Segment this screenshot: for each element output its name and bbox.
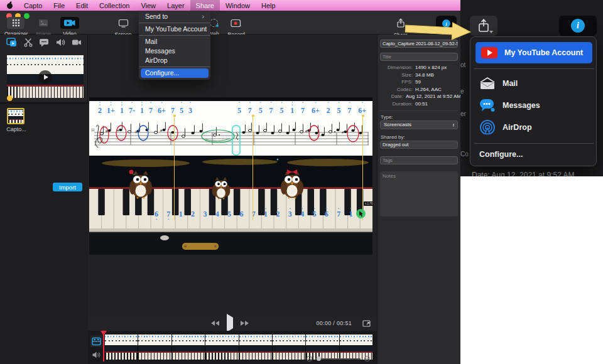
- zoom-factor-badge: x 1.70: [364, 201, 374, 206]
- record-icon: [231, 17, 242, 29]
- music-number: • •2: [98, 102, 102, 115]
- transport-bar: 00:00 / 00:51: [88, 316, 377, 331]
- music-number: •5: [180, 102, 183, 115]
- zoom-slider-track[interactable]: [315, 358, 361, 360]
- menu-item-airdrop[interactable]: AirDrop: [139, 56, 210, 65]
- player-tab-icon[interactable]: [6, 38, 17, 50]
- key-number: •3: [286, 207, 294, 221]
- tags-field[interactable]: Tags: [380, 156, 458, 164]
- popup-separator: [474, 143, 594, 144]
- piano-key-numbers: 6•7•1234567•1•2•3•4•5•6•7•1•2: [153, 207, 367, 221]
- notes-field[interactable]: Notes: [380, 171, 458, 217]
- organizer-grid-icon: [7, 17, 24, 29]
- popup-item-label: Messages: [503, 101, 540, 110]
- menu-item-youtube[interactable]: My YouTube Account: [139, 24, 210, 34]
- video-track-button[interactable]: [90, 335, 103, 347]
- metadata-row: Duration:00:51: [378, 100, 461, 108]
- apple-menu[interactable]: [0, 0, 18, 11]
- marker-line: [174, 115, 175, 220]
- key-number: 2: [189, 207, 197, 221]
- zoom-slider-knob[interactable]: [317, 356, 321, 361]
- menu-item-configure[interactable]: Configure...: [141, 68, 209, 78]
- info-button-zoomed[interactable]: i: [559, 16, 597, 36]
- menubar-item[interactable]: Capto: [18, 0, 48, 11]
- popup-item-airdrop[interactable]: AirDrop: [475, 117, 532, 137]
- marker-line: [362, 115, 363, 220]
- audio-icon[interactable]: [56, 38, 65, 49]
- music-number: •7: [149, 102, 153, 115]
- music-number: •6+: [358, 102, 366, 115]
- menubar-item[interactable]: File: [48, 0, 70, 11]
- menubar-item[interactable]: Help: [256, 0, 281, 11]
- type-select[interactable]: Screencasts ▲▼: [380, 120, 458, 129]
- menubar-item[interactable]: Share: [190, 0, 220, 11]
- filmstrip-segment: [273, 335, 305, 360]
- key-number: •1: [347, 207, 355, 221]
- music-number: • •1: [140, 102, 144, 115]
- music-number: •7-: [129, 102, 135, 115]
- rewind-button[interactable]: [211, 321, 219, 326]
- camera-icon[interactable]: [72, 38, 82, 49]
- clip-thumbnail-label: Capto...: [0, 126, 33, 132]
- title-field[interactable]: Title: [380, 53, 458, 61]
- shared-by-field[interactable]: Dragged out: [380, 141, 458, 149]
- metadata-row: FPS:59: [378, 78, 461, 86]
- shared-by-label: Shared by:: [381, 134, 405, 140]
- key-number: 3: [201, 207, 209, 221]
- menu-item-send-to[interactable]: Send to›: [139, 12, 210, 21]
- import-button[interactable]: Import: [53, 183, 82, 191]
- share-popup: My YouTube Account Mail Messages: [470, 36, 597, 166]
- zoom-in-button[interactable]: +: [364, 356, 370, 361]
- popup-item-label: AirDrop: [503, 123, 532, 132]
- window-toolbar: Organizer Image Video: [0, 11, 460, 35]
- menubar-item[interactable]: Edit: [70, 0, 94, 11]
- menu-separator: [139, 67, 210, 67]
- playhead-line: [103, 331, 104, 361]
- key-number: •6: [323, 207, 330, 221]
- image-icon: [38, 17, 48, 29]
- menu-item-messages[interactable]: Messages: [139, 46, 210, 56]
- preview-play-button[interactable]: [38, 70, 52, 84]
- apple-icon: [6, 1, 13, 9]
- annotate-icon[interactable]: [39, 38, 49, 50]
- sidebar-tool-icons: [0, 36, 88, 50]
- timeline: − +: [88, 331, 377, 364]
- film-track-icon: [92, 337, 101, 346]
- audio-track-button[interactable]: [90, 349, 103, 361]
- clip-preview[interactable]: [7, 55, 84, 98]
- mail-icon: [479, 77, 496, 90]
- panel-divider: [380, 110, 458, 111]
- share-icon: [396, 17, 406, 29]
- play-button[interactable]: [227, 318, 233, 329]
- menubar-item[interactable]: Window: [220, 0, 256, 11]
- fullscreen-button[interactable]: [362, 319, 371, 330]
- sidebar-divider: [0, 102, 88, 104]
- music-number: •2: [327, 102, 330, 115]
- key-number: •2: [274, 207, 281, 221]
- popup-item-mail[interactable]: Mail: [475, 73, 518, 93]
- zoom-out-button[interactable]: −: [307, 356, 312, 361]
- youtube-icon: [481, 47, 497, 58]
- key-number: •5: [310, 207, 318, 221]
- menubar-item[interactable]: View: [135, 0, 161, 11]
- screen-icon: [118, 17, 129, 29]
- share-button-zoomed[interactable]: [470, 16, 497, 36]
- menubar-item[interactable]: Layer: [161, 0, 190, 11]
- dropdown-indicator: [489, 31, 493, 33]
- play-icon: [227, 314, 233, 332]
- menu-item-mail[interactable]: Mail: [139, 37, 210, 46]
- trim-scissors-icon[interactable]: [24, 38, 33, 50]
- menubar-item[interactable]: Collection: [94, 0, 135, 11]
- popup-item-messages[interactable]: Messages: [475, 95, 540, 115]
- video-frame-art: 12 ## #b #: [89, 97, 372, 255]
- popup-item-youtube[interactable]: My YouTube Account: [475, 42, 592, 63]
- popup-item-label: Mail: [503, 79, 518, 88]
- menu-separator: [139, 35, 210, 36]
- video-frame[interactable]: 12 ## #b #: [89, 97, 372, 255]
- music-numbers-row-right: •5•7•5•7•5• •1•7•6+•2•5•7•6+: [237, 102, 366, 115]
- airdrop-icon: [479, 119, 496, 136]
- key-number: •1: [262, 207, 269, 221]
- popup-item-configure[interactable]: Configure...: [479, 150, 523, 159]
- fast-forward-button[interactable]: [241, 321, 249, 326]
- clip-thumbnail-selected[interactable]: [7, 108, 24, 124]
